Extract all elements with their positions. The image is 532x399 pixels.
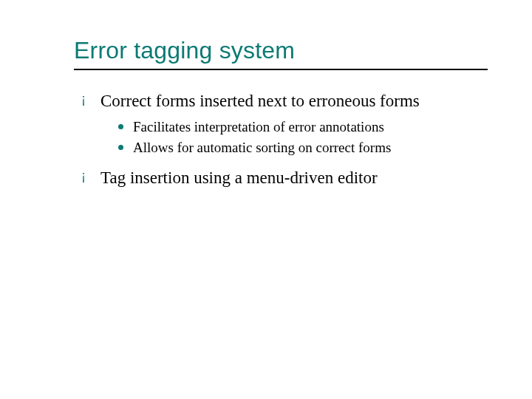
bullet-list-level2: Facilitates interpretation of error anno… xyxy=(117,118,488,157)
slide-title: Error tagging system xyxy=(74,37,488,64)
list-item-text: Allows for automatic sorting on correct … xyxy=(133,140,391,155)
list-item: Facilitates interpretation of error anno… xyxy=(117,118,488,137)
title-underline xyxy=(74,69,488,70)
list-item-text: Tag insertion using a menu-driven editor xyxy=(100,168,378,187)
list-item: Allows for automatic sorting on correct … xyxy=(117,139,488,157)
list-item: Correct forms inserted next to erroneous… xyxy=(81,91,488,157)
list-item: Tag insertion using a menu-driven editor xyxy=(81,168,488,189)
list-item-text: Correct forms inserted next to erroneous… xyxy=(100,92,420,110)
list-item-text: Facilitates interpretation of error anno… xyxy=(133,119,384,134)
slide: Error tagging system Correct forms inser… xyxy=(0,0,532,399)
bullet-list-level1: Correct forms inserted next to erroneous… xyxy=(81,91,488,189)
